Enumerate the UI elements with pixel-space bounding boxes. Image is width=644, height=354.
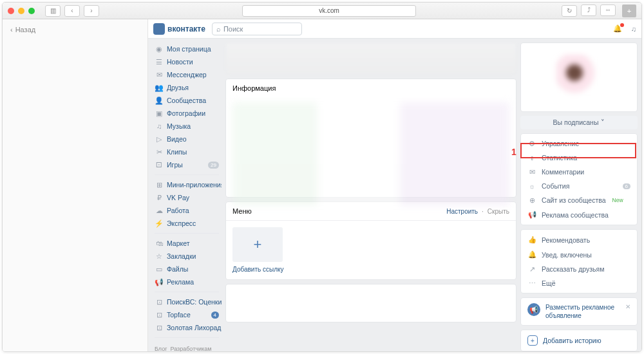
url-bar[interactable]: vk.com: [242, 5, 416, 17]
promo-card[interactable]: 📢 Разместить рекламное объявление ✕: [520, 297, 638, 326]
nav-item[interactable]: ✉Мессенджер: [152, 68, 222, 81]
megaphone-icon: 📢: [527, 303, 540, 316]
action-item[interactable]: ⊕Сайт из сообществаNew: [521, 193, 637, 207]
action-item[interactable]: ↗Рассказать друзьям: [521, 262, 637, 276]
nav-item[interactable]: ⊞Мини-приложения: [152, 178, 222, 191]
left-nav: ◉Моя страница☰Новости✉Мессенджер👥Друзья👤…: [152, 39, 222, 351]
nav-item[interactable]: ▣Фотографии: [152, 107, 222, 120]
action-icon: 📢: [527, 210, 536, 219]
nav-icon: 👤: [155, 96, 164, 105]
nav-icon: ⊡: [155, 323, 164, 332]
nav-icon: 🛍: [155, 239, 164, 248]
nav-icon: ⚡: [155, 219, 164, 228]
annotation-number: 1: [511, 147, 516, 157]
nav-item[interactable]: ₽VK Pay: [152, 191, 222, 204]
nav-icon: 👥: [155, 83, 164, 92]
action-icon: ☼: [527, 182, 536, 190]
nav-icon: ⊡: [155, 297, 164, 306]
action-item[interactable]: 📢Реклама сообщества: [521, 207, 637, 222]
search-input[interactable]: ⌕ Поиск: [212, 23, 302, 35]
notifications-icon[interactable]: 🔔: [613, 24, 622, 33]
action-icon: ⋯: [527, 279, 536, 287]
share-actions-card: 👍Рекомендовать🔔Увед. включены↗Рассказать…: [520, 229, 638, 293]
nav-item[interactable]: ▭Файлы: [152, 263, 222, 275]
right-column: Вы подписаны˅ 1 ⚙Управление⫾Статистика✉К…: [520, 39, 638, 351]
vk-logo[interactable]: вконтакте: [153, 23, 205, 35]
nav-icon: ⚀: [155, 160, 164, 169]
action-item[interactable]: 👍Рекомендовать: [521, 232, 637, 247]
close-promo-btn[interactable]: ✕: [625, 303, 630, 320]
add-story-icon: +: [527, 335, 538, 346]
add-link-btn[interactable]: Добавить ссылку: [232, 266, 509, 273]
close-window-btn[interactable]: [8, 8, 14, 14]
manage-actions-card: ⚙Управление⫾Статистика✉Комментарии☼Событ…: [520, 133, 638, 225]
nav-icon: ▣: [155, 109, 164, 118]
nav-item[interactable]: ⊡ПоискВС: Оценки...: [152, 295, 222, 308]
nav-icon: ✉: [155, 70, 164, 79]
nav-item[interactable]: ⚡Экспресс: [152, 217, 222, 230]
new-tab-btn[interactable]: +: [622, 5, 636, 17]
community-cover: [225, 42, 516, 75]
nav-item[interactable]: ☁Работа: [152, 204, 222, 217]
action-icon: 👍: [527, 236, 536, 244]
minimize-window-btn[interactable]: [18, 8, 24, 14]
nav-item[interactable]: 📢Реклама: [152, 275, 222, 288]
nav-icon: ◉: [155, 44, 164, 53]
nav-icon: 📢: [155, 277, 164, 286]
nav-item[interactable]: ⊡Topface4: [152, 308, 222, 321]
vk-header: вконтакте ⌕ Поиск 🔔 ♫: [148, 19, 641, 39]
menu-configure-link[interactable]: Настроить: [446, 208, 478, 215]
maximize-window-btn[interactable]: [28, 8, 35, 14]
nav-item[interactable]: 👤Сообщества: [152, 94, 222, 107]
nav-item[interactable]: ✂Клипы: [152, 145, 222, 158]
nav-item[interactable]: ◉Моя страница: [152, 42, 222, 55]
add-menu-tile[interactable]: +: [232, 227, 283, 262]
main-column: Информация Меню Настроить · Скрыть + Доб…: [225, 39, 516, 351]
nav-footer: Блог Разработчикам Реклама Ещё ˅: [152, 341, 222, 351]
add-story-btn[interactable]: + Добавить историю: [520, 330, 638, 351]
nav-item[interactable]: ⚀Игры29: [152, 158, 222, 171]
subscribed-button[interactable]: Вы подписаны˅: [520, 116, 638, 129]
nav-icon: ♫: [155, 122, 164, 131]
action-item[interactable]: ⋯Ещё: [521, 276, 637, 290]
tabs-btn[interactable]: ▫▫: [600, 5, 616, 16]
nav-item[interactable]: ☆Закладки: [152, 250, 222, 263]
back-btn[interactable]: ‹: [64, 5, 80, 17]
nav-icon: ⊡: [155, 310, 164, 319]
action-item[interactable]: ✉Комментарии: [521, 165, 637, 179]
action-icon: ↗: [527, 265, 536, 273]
nav-item[interactable]: ▷Видео: [152, 133, 222, 145]
search-icon: ⌕: [216, 25, 221, 33]
nav-icon: ☰: [155, 57, 164, 66]
menu-title: Меню: [232, 207, 252, 215]
action-icon: ⫾: [527, 154, 536, 162]
nav-item[interactable]: 👥Друзья: [152, 81, 222, 94]
nav-icon: ☆: [155, 252, 164, 261]
nav-item[interactable]: ♫Музыка: [152, 120, 222, 133]
safari-sidebar: ‹ Назад: [3, 19, 148, 351]
action-item[interactable]: ⚙Управление: [521, 136, 637, 151]
action-icon: ⚙: [527, 140, 536, 147]
nav-icon: ₽: [155, 193, 164, 202]
content-card: [225, 284, 516, 322]
forward-btn[interactable]: ›: [84, 5, 99, 17]
nav-icon: ✂: [155, 147, 164, 156]
reload-btn[interactable]: ↻: [562, 5, 577, 17]
info-title: Информация: [226, 79, 516, 97]
safari-back-link[interactable]: ‹ Назад: [10, 26, 140, 33]
community-avatar[interactable]: [520, 42, 638, 112]
action-icon: ✉: [527, 168, 536, 176]
nav-item[interactable]: ⊡Золотая Лихорад...: [152, 321, 222, 334]
menu-hide-link[interactable]: Скрыть: [488, 208, 509, 215]
music-icon[interactable]: ♫: [631, 25, 636, 33]
action-item[interactable]: ☼События6: [521, 179, 637, 193]
action-item[interactable]: ⫾Статистика: [521, 151, 637, 165]
vk-logo-icon: [153, 23, 165, 35]
sidebar-toggle-btn[interactable]: ▥: [45, 5, 61, 17]
nav-icon: ⊞: [155, 180, 164, 189]
share-btn[interactable]: ⤴: [581, 5, 596, 16]
nav-item[interactable]: 🛍Маркет: [152, 237, 222, 250]
action-icon: ⊕: [527, 196, 536, 204]
nav-item[interactable]: ☰Новости: [152, 55, 222, 68]
action-item[interactable]: 🔔Увед. включены: [521, 247, 637, 262]
